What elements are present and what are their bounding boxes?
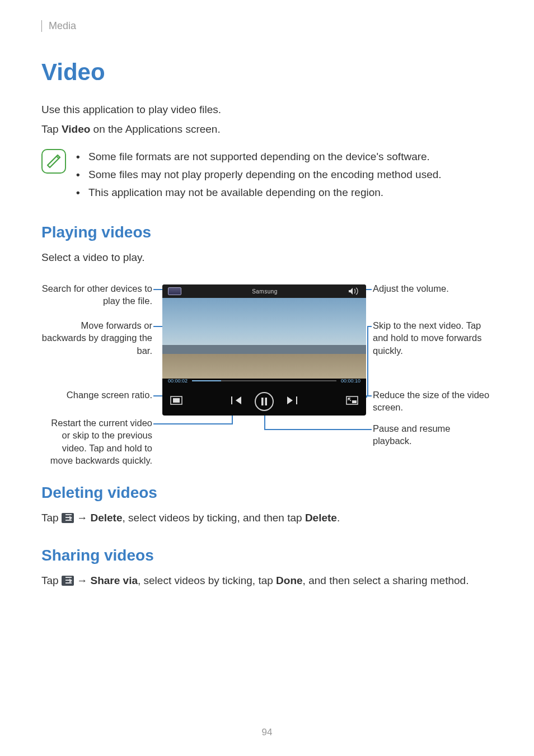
- page-title: Video: [41, 59, 493, 86]
- volume-icon[interactable]: [348, 287, 360, 295]
- note-item: Some file formats are not supported depe…: [76, 148, 442, 166]
- note-item: This application may not be available de…: [76, 184, 442, 202]
- previous-icon[interactable]: [231, 396, 241, 407]
- svg-rect-4: [265, 398, 268, 405]
- video-player-diagram: Search for other devices to play the fil…: [41, 277, 493, 467]
- video-title: Samsung: [252, 288, 278, 295]
- section-header: Media: [41, 20, 493, 32]
- time-elapsed: 00:00:02: [168, 378, 188, 384]
- note-item: Some files may not play properly dependi…: [76, 166, 442, 184]
- allshare-icon[interactable]: [168, 287, 181, 295]
- menu-icon: [62, 513, 74, 523]
- callout-search-devices: Search for other devices to play the fil…: [41, 282, 152, 307]
- intro-line-2: Tap Video on the Applications screen.: [41, 121, 493, 137]
- time-total: 00:00:10: [341, 378, 360, 384]
- intro-line-1: Use this application to play video files…: [41, 101, 493, 118]
- callout-skip-next: Skip to the next video. Tap and hold to …: [373, 319, 490, 357]
- screen-ratio-icon[interactable]: [170, 396, 182, 407]
- next-icon[interactable]: [287, 396, 297, 407]
- playing-subtitle: Select a video to play.: [41, 249, 493, 265]
- sharing-instructions: Tap → Share via, select videos by tickin…: [41, 572, 493, 589]
- svg-rect-2: [173, 398, 180, 403]
- video-player-screenshot: Samsung 00:00:02 00:00:10: [162, 284, 366, 416]
- menu-icon: [62, 576, 74, 586]
- section-name: Media: [49, 20, 493, 32]
- deleting-instructions: Tap → Delete, select videos by ticking, …: [41, 510, 493, 526]
- heading-deleting-videos: Deleting videos: [41, 484, 493, 502]
- svg-rect-6: [352, 400, 357, 403]
- progress-bar[interactable]: [192, 380, 336, 381]
- callout-pause-resume: Pause and resume playback.: [373, 422, 490, 447]
- heading-playing-videos: Playing videos: [41, 223, 493, 241]
- note-block: Some file formats are not supported depe…: [41, 148, 493, 202]
- play-pause-button[interactable]: [255, 392, 274, 411]
- callout-adjust-volume: Adjust the volume.: [373, 282, 490, 295]
- callout-drag-bar: Move forwards or backwards by dragging t…: [41, 319, 152, 357]
- pip-icon[interactable]: [346, 396, 358, 407]
- page-number: 94: [0, 727, 534, 738]
- callout-screen-ratio: Change screen ratio.: [41, 389, 152, 401]
- note-icon: [41, 149, 66, 174]
- callout-restart-previous: Restart the current video or skip to the…: [41, 417, 152, 466]
- callout-reduce-size: Reduce the size of the video screen.: [373, 389, 493, 414]
- heading-sharing-videos: Sharing videos: [41, 547, 493, 564]
- svg-rect-3: [261, 398, 264, 405]
